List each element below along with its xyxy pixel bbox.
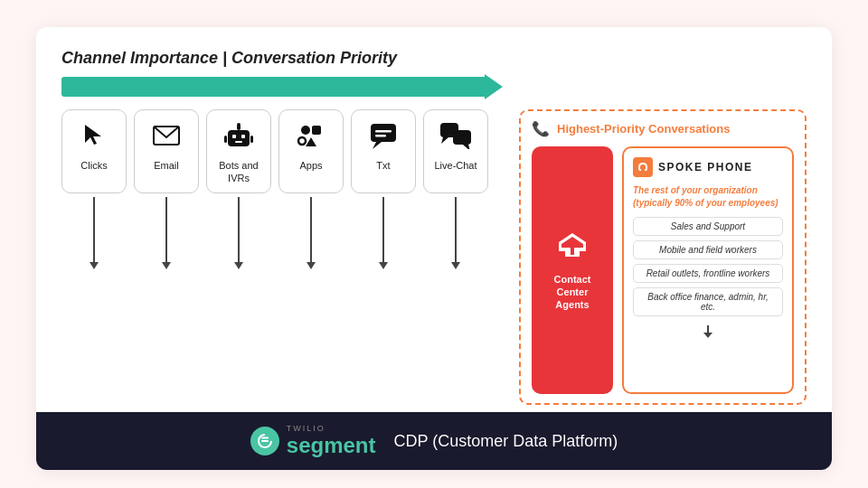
channel-card-livechat: Live-Chat [423,109,488,193]
svg-rect-3 [232,135,236,138]
channel-card-email: Email [134,109,199,193]
svg-rect-24 [565,255,580,257]
segment-logo: TWILIO segment [250,425,376,457]
priority-header: 📞 Highest-Priority Conversations [532,120,794,137]
category-backoffice: Back office finance, admin, hr, etc. [633,287,783,316]
svg-marker-0 [85,125,101,145]
down-arrow-1 [90,197,99,269]
contact-center-label: Contact Center Agents [539,273,606,312]
down-arrow-4 [307,197,316,269]
svg-rect-27 [261,440,269,442]
category-retail: Retail outlets, frontline workers [633,264,783,283]
spoke-phone-card: SPOKE PHONE The rest of your organizatio… [622,146,794,394]
livechat-label: Live-Chat [434,159,476,172]
arrow-col-6 [423,197,488,269]
email-label: Email [154,159,179,172]
arrow-col-4 [278,197,344,269]
livechat-icon [439,119,472,152]
priority-content: Contact Center Agents SPOKE PHONE The re… [532,146,794,394]
segment-icon [250,427,279,455]
svg-point-13 [298,137,306,145]
priority-title: Highest-Priority Conversations [557,122,730,136]
svg-rect-11 [312,126,321,135]
spoke-logo-icon [633,157,653,177]
channels-section: Clicks Email [61,109,505,405]
category-sales: Sales and Support [633,217,783,236]
spoke-phone-title: SPOKE PHONE [658,161,753,174]
channel-card-bots: Bots and IVRs [206,109,271,193]
arrow-col-2 [134,197,199,269]
bot-icon [222,119,255,152]
svg-marker-21 [463,145,470,149]
channel-card-txt: Txt [351,109,416,193]
priority-arrow [61,77,486,97]
down-arrow-6 [451,197,460,269]
cdp-bar: TWILIO segment CDP (Customer Data Platfo… [36,412,832,470]
contact-center-icon [555,230,590,267]
svg-marker-12 [306,137,316,146]
svg-marker-15 [373,142,382,149]
main-container: Channel Importance | Conversation Priori… [36,27,832,470]
svg-rect-14 [371,124,396,142]
svg-rect-2 [228,130,250,146]
channel-cards: Clicks Email [61,109,505,193]
arrow-col-5 [351,197,416,269]
category-mobile: Mobile and field workers [633,240,783,259]
svg-rect-8 [224,136,227,143]
arrow-col-3 [206,197,271,269]
content-row: Clicks Email [61,109,807,405]
svg-marker-19 [441,137,448,144]
svg-marker-26 [703,333,712,338]
bots-label: Bots and IVRs [212,159,265,185]
spoke-categories: Sales and Support Mobile and field worke… [633,217,783,316]
segment-text-group: TWILIO segment [287,425,376,457]
svg-rect-9 [250,136,253,143]
phone-icon: 📞 [532,120,550,137]
channel-card-clicks: Clicks [61,109,127,193]
spoke-phone-header: SPOKE PHONE [633,157,783,177]
arrow-col-1 [61,197,127,269]
svg-rect-5 [235,141,242,143]
priority-section: 📞 Highest-Priority Conversations Contac [519,109,807,405]
channel-card-apps: Apps [278,109,344,193]
spoke-down-arrow [633,325,783,338]
apps-icon [295,119,327,152]
svg-rect-4 [241,135,245,138]
cursor-icon [78,119,110,152]
title-row: Channel Importance | Conversation Priori… [61,49,807,68]
txt-label: Txt [376,159,390,172]
diagram-title: Channel Importance | Conversation Priori… [61,49,397,68]
svg-point-10 [301,126,310,135]
svg-rect-17 [375,135,386,137]
cdp-full-label: CDP (Customer Data Platform) [393,432,618,451]
segment-wordmark: segment [287,434,376,457]
svg-rect-28 [261,437,269,439]
down-arrow-3 [234,197,243,269]
channel-arrows [61,193,505,269]
svg-rect-20 [453,130,471,145]
spoke-phone-subtitle: The rest of your organization (typically… [633,184,783,210]
email-icon [150,119,183,152]
contact-center-card: Contact Center Agents [532,146,613,394]
svg-rect-16 [375,130,392,133]
svg-point-7 [237,123,241,127]
arrow-bar [61,77,807,97]
txt-icon [367,119,400,152]
apps-label: Apps [299,159,322,172]
down-arrow-2 [162,197,171,269]
clicks-label: Clicks [80,159,107,172]
down-arrow-5 [379,197,388,269]
